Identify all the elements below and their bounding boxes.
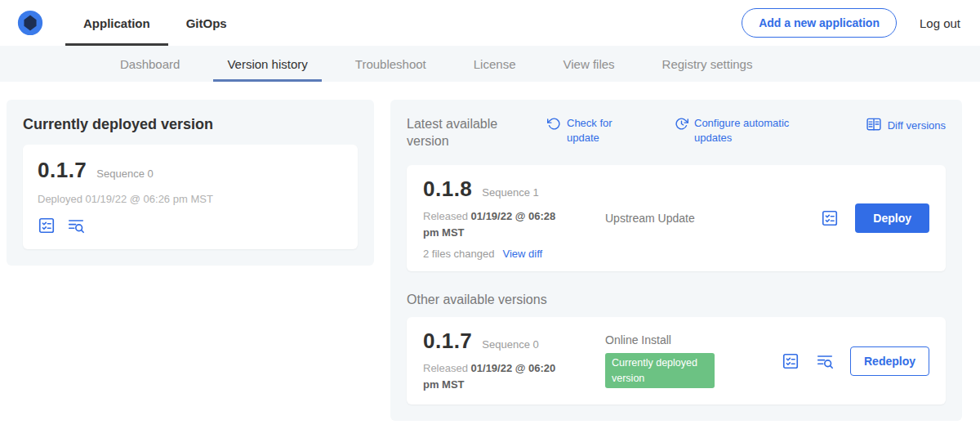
checklist-icon[interactable] (821, 209, 839, 227)
deployed-version-row: 0.1.7 Sequence 0 (38, 158, 343, 183)
check-for-update-label: Check for update (567, 116, 624, 145)
latest-version-number: 0.1.8 (423, 177, 472, 202)
subnav-label: Registry settings (662, 57, 753, 71)
subnav-item-version-history[interactable]: Version history (203, 46, 331, 82)
other-sequence-label: Sequence 0 (482, 338, 538, 351)
top-navbar: Application GitOps Add a new application… (0, 0, 980, 46)
other-version-source: Online Install (605, 333, 782, 346)
tab-application[interactable]: Application (65, 0, 168, 46)
subnav-item-view-files[interactable]: View files (539, 46, 638, 82)
tab-application-label: Application (83, 16, 150, 30)
app-logo-icon (16, 26, 44, 39)
other-released-text: Released 01/19/22 @ 06:20 pm MST (423, 360, 574, 393)
configure-automatic-updates-button[interactable]: Configure automatic updates (675, 116, 802, 145)
latest-released-text: Released 01/19/22 @ 06:28 pm MST (423, 208, 574, 241)
refresh-icon (547, 116, 561, 133)
other-release-actions: Redeploy (782, 346, 929, 376)
latest-release-info: 0.1.8 Sequence 1 Released 01/19/22 @ 06:… (423, 177, 599, 260)
latest-release-actions: Deploy (821, 203, 929, 233)
main-content: Currently deployed version 0.1.7 Sequenc… (0, 82, 980, 421)
other-version-number: 0.1.7 (423, 328, 472, 354)
files-changed-label: 2 files changed (423, 248, 494, 260)
available-panel-title: Latest available version (407, 116, 537, 150)
subnav-item-troubleshoot[interactable]: Troubleshoot (332, 46, 450, 82)
diff-versions-button[interactable]: Diff versions (866, 116, 946, 135)
deployed-panel-title: Currently deployed version (23, 116, 358, 133)
deployed-version-number: 0.1.7 (38, 158, 87, 183)
deployed-version-card: 0.1.7 Sequence 0 Deployed 01/19/22 @ 06:… (23, 145, 358, 249)
subnav-label: Version history (227, 57, 307, 71)
available-panel-header: Latest available version Check for updat… (407, 116, 946, 150)
deployed-date-text: Deployed 01/19/22 @ 06:26 pm MST (38, 193, 343, 205)
configure-automatic-updates-label: Configure automatic updates (694, 116, 802, 145)
tab-gitops[interactable]: GitOps (168, 0, 245, 46)
checklist-icon[interactable] (38, 217, 56, 235)
subnav-label: View files (563, 57, 614, 71)
other-versions-title: Other available versions (407, 293, 946, 307)
available-versions-panel: Latest available version Check for updat… (390, 100, 962, 421)
subnav-label: License (474, 57, 516, 71)
file-search-icon[interactable] (67, 217, 85, 235)
logout-button[interactable]: Log out (920, 16, 960, 30)
currently-deployed-panel: Currently deployed version 0.1.7 Sequenc… (7, 100, 374, 266)
deployed-card-actions (38, 217, 343, 235)
files-changed-row: 2 files changed View diff (423, 248, 599, 260)
release-card-latest: 0.1.8 Sequence 1 Released 01/19/22 @ 06:… (407, 165, 946, 271)
redeploy-button[interactable]: Redeploy (850, 346, 929, 376)
latest-version-source: Upstream Update (599, 212, 821, 225)
clock-refresh-icon (675, 116, 688, 133)
subnav-item-license[interactable]: License (450, 46, 540, 82)
released-prefix: Released (423, 362, 468, 374)
currently-deployed-badge: Currently deployed version (605, 353, 715, 387)
tab-gitops-label: GitOps (186, 16, 227, 30)
deployed-sequence-label: Sequence 0 (96, 168, 153, 180)
subnav-item-dashboard[interactable]: Dashboard (96, 46, 203, 82)
diff-versions-label: Diff versions (888, 119, 946, 132)
subnav-label: Troubleshoot (355, 57, 426, 71)
latest-sequence-label: Sequence 1 (482, 186, 538, 199)
checklist-icon[interactable] (782, 352, 800, 370)
other-release-info: 0.1.7 Sequence 0 Released 01/19/22 @ 06:… (423, 328, 599, 393)
app-subnav: Dashboard Version history Troubleshoot L… (0, 46, 980, 82)
subnav-item-registry-settings[interactable]: Registry settings (639, 46, 777, 82)
other-version-row: 0.1.7 Sequence 0 (423, 328, 599, 354)
add-application-button[interactable]: Add a new application (742, 8, 897, 38)
deploy-button[interactable]: Deploy (855, 203, 929, 233)
check-for-update-button[interactable]: Check for update (547, 116, 624, 145)
release-card-other: 0.1.7 Sequence 0 Released 01/19/22 @ 06:… (407, 317, 946, 404)
latest-version-row: 0.1.8 Sequence 1 (423, 177, 599, 202)
file-search-icon[interactable] (816, 352, 834, 370)
view-diff-link[interactable]: View diff (502, 248, 542, 260)
other-version-source-block: Online Install Currently deployed versio… (599, 333, 782, 387)
released-prefix: Released (423, 210, 468, 222)
app-logo[interactable] (16, 9, 44, 37)
diff-table-icon (866, 116, 882, 135)
subnav-label: Dashboard (120, 57, 180, 71)
